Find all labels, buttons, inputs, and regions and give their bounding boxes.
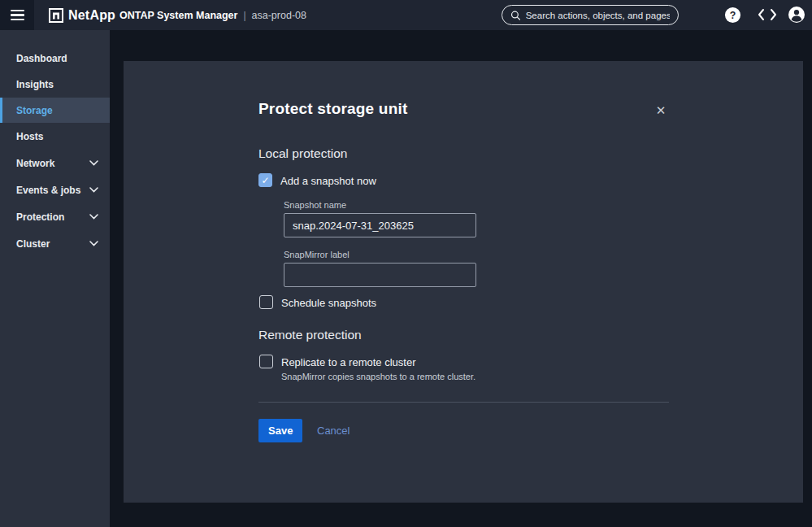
sidebar-item-dashboard[interactable]: Dashboard — [0, 46, 110, 71]
hamburger-menu-icon[interactable] — [0, 0, 34, 30]
search-icon — [510, 10, 521, 21]
code-console-icon[interactable] — [756, 6, 779, 24]
sidebar-item-label: Storage — [16, 105, 53, 116]
chevron-down-icon — [89, 187, 98, 193]
local-protection-heading: Local protection — [258, 146, 347, 161]
snapshot-name-input[interactable] — [284, 213, 476, 237]
sidebar-item-hosts[interactable]: Hosts — [0, 124, 110, 149]
replicate-description: SnapMirror copies snapshots to a remote … — [281, 372, 475, 381]
sidebar-item-network[interactable]: Network — [0, 150, 110, 176]
sidebar-item-label: Network — [16, 158, 54, 169]
replicate-row: Replicate to a remote cluster — [259, 355, 415, 368]
app-title-text: ONTAP System Manager — [119, 10, 237, 21]
global-search[interactable] — [502, 5, 679, 25]
svg-text:?: ? — [729, 9, 736, 20]
protect-storage-unit-dialog: Protect storage unit ✕ Local protection … — [124, 61, 803, 503]
sidebar-nav: Dashboard Insights Storage Hosts Network… — [0, 30, 110, 527]
title-separator: | — [243, 10, 245, 21]
sidebar-item-label: Protection — [16, 211, 64, 223]
brand: NetApp — [49, 0, 115, 30]
add-snapshot-row: ✓ Add a snapshot now — [258, 173, 376, 187]
remote-protection-heading: Remote protection — [258, 328, 362, 342]
sidebar-item-label: Dashboard — [16, 53, 67, 64]
sidebar-item-protection[interactable]: Protection — [0, 204, 110, 229]
dialog-title: Protect storage unit — [258, 100, 407, 118]
add-snapshot-checkbox[interactable]: ✓ — [258, 173, 272, 187]
replicate-checkbox[interactable] — [259, 355, 273, 368]
sidebar-item-insights[interactable]: Insights — [0, 72, 110, 97]
save-button[interactable]: Save — [258, 419, 302, 442]
chevron-down-icon — [89, 241, 98, 246]
app-title: ONTAP System Manager | asa-prod-08 — [119, 0, 306, 30]
sidebar-item-label: Events & jobs — [16, 185, 80, 196]
replicate-label: Replicate to a remote cluster — [281, 356, 415, 368]
schedule-snapshots-label: Schedule snapshots — [281, 297, 376, 309]
sidebar-item-storage[interactable]: Storage — [0, 98, 110, 123]
cluster-name: asa-prod-08 — [252, 10, 306, 21]
sidebar-item-label: Insights — [16, 79, 54, 90]
close-icon[interactable]: ✕ — [652, 102, 670, 120]
help-icon[interactable]: ? — [723, 6, 741, 24]
sidebar-item-label: Cluster — [16, 238, 50, 250]
main-content: Protect storage unit ✕ Local protection … — [110, 30, 812, 527]
schedule-snapshots-checkbox[interactable] — [259, 295, 273, 309]
footer-divider — [258, 402, 669, 403]
schedule-snapshots-row: Schedule snapshots — [259, 295, 376, 309]
netapp-logo-icon — [49, 8, 63, 23]
search-input[interactable] — [526, 11, 670, 20]
app-window: NetApp ONTAP System Manager | asa-prod-0… — [0, 0, 812, 527]
top-bar: NetApp ONTAP System Manager | asa-prod-0… — [0, 0, 812, 30]
user-account-icon[interactable] — [788, 6, 805, 24]
brand-name: NetApp — [68, 8, 115, 23]
snapshot-name-label: Snapshot name — [284, 200, 346, 210]
chevron-down-icon — [89, 214, 98, 220]
snapmirror-label-input[interactable] — [284, 263, 476, 287]
chevron-down-icon — [89, 160, 98, 166]
cancel-button[interactable]: Cancel — [317, 425, 350, 437]
sidebar-item-label: Hosts — [16, 131, 43, 142]
add-snapshot-label: Add a snapshot now — [280, 175, 376, 187]
sidebar-item-cluster[interactable]: Cluster — [0, 231, 110, 256]
sidebar-item-events-jobs[interactable]: Events & jobs — [0, 177, 110, 203]
snapmirror-label-label: SnapMirror label — [284, 250, 350, 259]
